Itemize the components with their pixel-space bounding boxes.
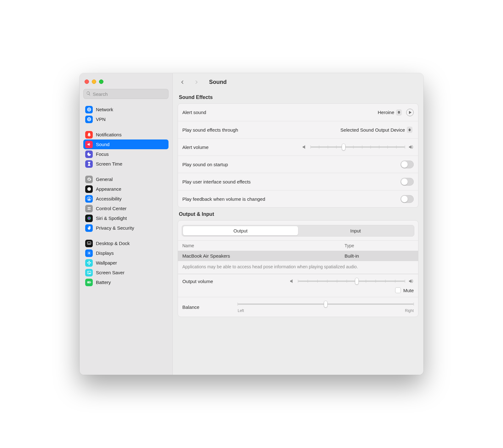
system-settings-window: Search NetworkVPNNotificationsSoundFocus… — [80, 73, 423, 375]
sidebar-item-accessibility[interactable]: Accessibility — [83, 194, 169, 204]
svg-line-15 — [90, 252, 90, 252]
title-bar: Sound — [173, 73, 423, 91]
play-through-value: Selected Sound Output Device — [340, 127, 405, 133]
hand-icon — [85, 224, 93, 232]
tab-output[interactable]: Output — [183, 226, 298, 235]
play-through-label: Play sound effects through — [182, 127, 337, 133]
svg-rect-7 — [88, 243, 90, 244]
chevron-up-down-icon — [396, 109, 402, 116]
svg-line-13 — [88, 252, 88, 252]
alert-sound-value: Heroine — [378, 110, 394, 115]
fullscreen-window-button[interactable] — [99, 79, 103, 84]
output-volume-row: Output volume Mute — [178, 274, 418, 297]
dock-icon — [85, 240, 93, 247]
startup-sound-label: Play sound on startup — [182, 162, 401, 167]
content-scroll[interactable]: Sound Effects Alert sound Heroine Play s… — [173, 91, 423, 375]
ui-sounds-label: Play user interface sound effects — [182, 179, 401, 184]
search-input[interactable]: Search — [83, 89, 169, 99]
device-table-header: Name Type — [178, 240, 418, 251]
sidebar-item-network[interactable]: Network — [83, 105, 169, 114]
photo-icon — [85, 269, 93, 276]
sidebar-item-screen-saver[interactable]: Screen Saver — [83, 268, 169, 277]
flower-icon — [85, 259, 93, 267]
mute-label: Mute — [403, 288, 414, 293]
alert-sound-popup[interactable]: Heroine — [374, 108, 403, 117]
close-window-button[interactable] — [85, 79, 89, 84]
sidebar-item-wallpaper[interactable]: Wallpaper — [83, 258, 169, 268]
startup-sound-toggle[interactable] — [401, 161, 414, 168]
forward-button[interactable] — [192, 78, 200, 86]
sidebar-item-label: Privacy & Security — [96, 225, 134, 231]
chevron-up-down-icon — [407, 127, 412, 133]
minimize-window-button[interactable] — [92, 79, 96, 84]
sidebar-item-notifications[interactable]: Notifications — [83, 130, 169, 139]
alert-sound-row: Alert sound Heroine — [178, 104, 418, 121]
alert-sound-label: Alert sound — [182, 110, 374, 115]
sidebar-item-label: Control Center — [96, 206, 127, 211]
table-row[interactable]: MacBook Air Speakers Built-in — [178, 251, 418, 261]
balance-slider[interactable] — [238, 301, 414, 307]
sidebar-item-displays[interactable]: Displays — [83, 248, 169, 258]
sidebar-item-label: Desktop & Dock — [96, 241, 130, 246]
sidebar-item-label: Network — [96, 107, 113, 112]
output-volume-label: Output volume — [182, 279, 289, 284]
spatial-audio-note: Applications may be able to access head … — [178, 261, 418, 274]
svg-point-17 — [88, 262, 90, 264]
sidebar-item-appearance[interactable]: Appearance — [83, 184, 169, 194]
sidebar-item-battery[interactable]: Battery — [83, 277, 169, 287]
appearance-icon — [85, 185, 93, 193]
play-through-row: Play sound effects through Selected Soun… — [178, 121, 418, 138]
mute-checkbox[interactable] — [395, 287, 401, 293]
hourglass-icon — [85, 160, 93, 168]
sidebar-item-label: Wallpaper — [96, 260, 117, 265]
page-title: Sound — [209, 79, 227, 85]
sidebar-item-label: Accessibility — [96, 196, 122, 201]
ui-sounds-toggle[interactable] — [401, 178, 414, 186]
balance-left-label: Left — [238, 309, 244, 313]
battery-icon — [85, 279, 93, 286]
sidebar-item-privacy-security[interactable]: Privacy & Security — [83, 223, 169, 233]
sidebar-item-label: Screen Saver — [96, 270, 124, 275]
col-type-header: Type — [345, 243, 414, 248]
balance-right-label: Right — [405, 309, 414, 313]
gear-icon — [85, 176, 93, 183]
sidebar-item-control-center[interactable]: Control Center — [83, 204, 169, 213]
ui-sounds-row: Play user interface sound effects — [178, 173, 418, 190]
svg-rect-26 — [88, 282, 90, 283]
globe-icon — [85, 116, 93, 123]
person-icon — [85, 195, 93, 203]
sidebar-item-siri-spotlight[interactable]: Siri & Spotlight — [83, 213, 169, 223]
balance-row: Balance Left Right — [178, 297, 418, 317]
play-through-popup[interactable]: Selected Sound Output Device — [337, 126, 414, 134]
speaker-icon — [85, 141, 93, 148]
svg-point-23 — [88, 272, 89, 273]
output-volume-slider[interactable] — [298, 278, 405, 284]
sidebar-item-sound[interactable]: Sound — [83, 139, 169, 149]
balance-label: Balance — [182, 304, 238, 310]
sidebar-item-screen-time[interactable]: Screen Time — [83, 159, 169, 169]
alert-volume-row: Alert volume — [178, 138, 418, 156]
svg-line-16 — [88, 254, 88, 254]
sidebar-item-label: Sound — [96, 142, 109, 147]
sidebar-item-focus[interactable]: Focus — [83, 149, 169, 159]
alert-volume-slider[interactable] — [311, 144, 405, 150]
switches-icon — [85, 205, 93, 212]
search-placeholder: Search — [93, 91, 108, 97]
siri-icon — [85, 215, 93, 222]
play-alert-sound-button[interactable] — [406, 109, 414, 116]
output-input-card: Output Input Name Type MacBook Air Speak… — [178, 220, 418, 317]
volume-feedback-toggle[interactable] — [401, 195, 414, 203]
sidebar-item-general[interactable]: General — [83, 174, 169, 184]
svg-point-20 — [87, 262, 88, 264]
back-button[interactable] — [178, 78, 186, 86]
volume-high-icon — [408, 278, 414, 284]
svg-rect-3 — [87, 207, 91, 208]
sidebar-item-vpn[interactable]: VPN — [83, 114, 169, 124]
search-icon — [86, 91, 91, 97]
sidebar-item-desktop-dock[interactable]: Desktop & Dock — [83, 238, 169, 248]
tab-input[interactable]: Input — [298, 226, 413, 235]
volume-feedback-row: Play feedback when volume is changed — [178, 190, 418, 207]
svg-point-8 — [88, 252, 90, 254]
sidebar-item-label: Notifications — [96, 132, 122, 137]
sidebar-item-label: Screen Time — [96, 161, 122, 167]
